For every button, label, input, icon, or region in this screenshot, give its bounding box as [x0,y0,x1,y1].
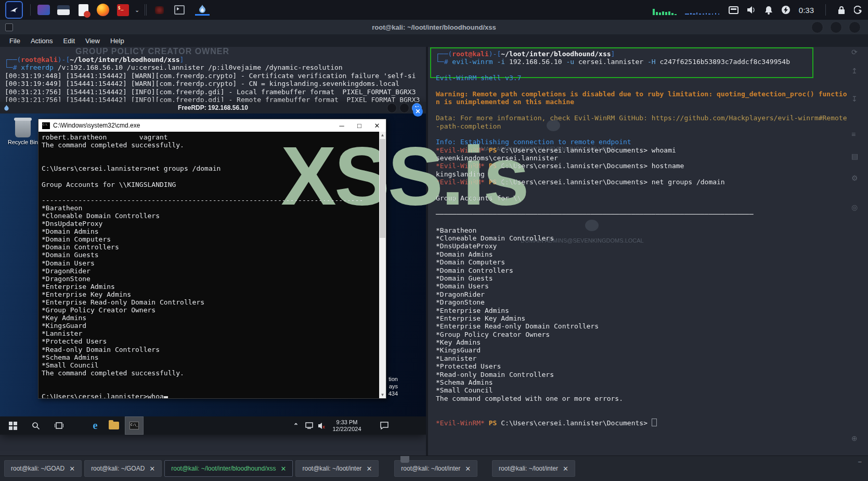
terminal-text-segment: *Domain Guests [436,274,493,282]
recycle-bin[interactable]: Recycle Bin [6,120,40,145]
launcher-terminal[interactable] [37,3,50,17]
launcher-editor[interactable] [76,3,90,17]
terminal-text-segment: sevenkingdoms\cersei.lannister [436,154,558,162]
terminal-text-segment: -path-completion [436,122,501,130]
action-center-button[interactable] [377,416,392,435]
menu-file[interactable]: File [4,37,25,45]
tab-close-icon[interactable]: ✕ [69,465,75,473]
pane-divider[interactable] [426,47,428,456]
terminal-text-segment: kingslanding [436,170,485,178]
terminal-tab[interactable]: root@kali: ~/loot/inter✕ [492,460,575,477]
freerdp-minimize-button[interactable] [387,103,397,113]
chevron-up-icon[interactable]: ⌃ [290,416,302,435]
cmd-titlebar[interactable]: C:\ C:\Windows\system32\cmd.exe ─ □ ✕ [38,119,386,132]
tray-window-icon[interactable] [729,6,739,14]
file-explorer-button[interactable] [105,416,123,435]
metasploit-task-icon[interactable] [155,6,164,14]
terminal-text-segment: C:\Users\cersei.lannister>whoa [42,393,164,398]
menu-help[interactable]: Help [105,37,129,45]
taskbar-search-button[interactable] [27,416,45,435]
terminal-line [436,411,868,419]
windows-start-button[interactable] [5,416,21,435]
chevron-down-icon[interactable]: ⌄ [135,7,139,14]
lock-icon[interactable] [837,6,846,15]
cmd-task-button[interactable]: C:\_ [125,416,144,435]
terminal-line: Info: Establishing connection to remote … [436,138,868,146]
maximize-button[interactable] [830,21,842,33]
bleedthrough-close-icon: ✕ [413,107,423,117]
terminal-pane-left[interactable]: GROUP POLICY CREATOR OWNER ┌──(root@kali… [0,47,426,456]
minimize-button[interactable] [811,21,823,33]
windows-desktop[interactable]: Recycle Bin C:\ C:\Windows\system32\cmd.… [0,113,426,435]
terminal-line: ────────────────────────────────────────… [436,210,868,218]
cmd-maximize-button[interactable]: □ [351,122,368,130]
scroll-down-icon[interactable]: ▼ [379,391,386,398]
cmd-output[interactable]: robert.baratheon vagrantThe command comp… [38,132,379,398]
launcher-firefox[interactable] [96,3,110,17]
terminal-text-segment [485,419,489,427]
volume-icon[interactable] [747,6,756,14]
terminal-text-segment [485,146,489,154]
terminal-tab[interactable]: root@kali: ~/loot/inter✕ [295,460,379,477]
taskbar-clock[interactable]: 9:33 PM 12/22/2024 [329,416,365,435]
terminal-text-segment: *DnsUpdateProxy [436,242,497,250]
logout-icon[interactable] [854,6,863,15]
task-view-button[interactable] [50,416,68,435]
terminal-line: *Evil-WinRM* PS C:\Users\cersei.lanniste… [436,178,868,186]
terminal-pane-right[interactable]: DOMAIN ADMINS@NORTH.SEVENKINGDOMS.LOCAL … [428,47,868,456]
terminal-text-segment: ────────────────────────────────────────… [436,210,753,218]
terminal-text-segment: C:\Users\cersei.lannister>net groups /do… [42,164,221,172]
speaker-muted-icon[interactable]: x [316,416,328,435]
terminal-text-segment: *Lannister [42,330,82,337]
network-graph[interactable] [685,10,720,15]
terminal-tab-active[interactable]: root@kali: ~/loot/inter/bloodhound/xss✕ [164,460,293,477]
network-icon[interactable] [303,416,315,435]
cmd-scrollbar[interactable]: ▲ ▼ [379,132,386,398]
internet-explorer-button[interactable]: e [86,416,104,435]
cmd-close-button[interactable]: ✕ [368,122,386,130]
notification-bell-icon[interactable] [765,6,773,15]
tab-close-icon[interactable]: ✕ [149,465,155,473]
terminal-text-segment: *Domain Computers [42,235,111,243]
power-status-icon[interactable] [781,5,791,15]
terminal-text-segment: *Cloneable Domain Controllers [42,212,160,220]
tab-close-icon[interactable]: ✕ [366,465,372,473]
terminal-text-segment: *Domain Guests [42,251,99,259]
terminal-window-titlebar[interactable]: root@kali: ~/loot/inter/bloodhound/xss [0,20,868,35]
terminal-line: *Domain Admins [42,227,379,235]
freerdp-maximize-button[interactable] [399,103,409,113]
terminal-line: *Schema Admins [42,353,379,361]
launcher-root-terminal[interactable]: $_ [116,3,129,17]
terminal-line: *Protected Users [42,337,379,345]
tab-label: root@kali: ~/loot/inter [401,465,460,472]
tab-close-icon[interactable]: ✕ [563,465,568,473]
scrollbar-thumb[interactable] [380,139,385,238]
terminal-text-segment: *Cloneable Domain Controllers [436,234,554,242]
screenshot-tool-task-icon[interactable] [174,5,185,15]
freerdp-window[interactable]: FreeRDP: 192.168.56.10 ✕ Recycle Bin C:\ [0,102,426,435]
cpu-graph[interactable] [653,8,677,15]
terminal-line: *Domain Users [436,282,868,290]
close-button[interactable] [849,21,861,33]
active-terminal-task[interactable] [195,4,210,16]
menu-view[interactable]: View [80,37,105,45]
splitter-handle[interactable] [400,456,409,463]
terminal-text-segment: *DnsUpdateProxy [42,220,102,227]
cmd-window[interactable]: C:\ C:\Windows\system32\cmd.exe ─ □ ✕ ro… [38,119,386,399]
tab-close-icon[interactable]: ✕ [281,465,287,473]
tabbar-minimize-glyph[interactable]: − [858,458,862,466]
scroll-up-icon[interactable]: ▲ [379,132,386,138]
cmd-minimize-button[interactable]: ─ [333,122,351,130]
freerdp-titlebar[interactable]: FreeRDP: 192.168.56.10 ✕ [0,102,426,113]
cmd-icon: C:\ [42,122,50,129]
menu-edit[interactable]: Edit [58,37,80,45]
tab-close-icon[interactable]: ✕ [465,465,471,473]
launcher-files[interactable] [57,3,70,17]
terminal-tab[interactable]: root@kali: ~/GOAD✕ [4,460,82,477]
kali-menu-button[interactable] [5,1,23,19]
terminal-tab[interactable]: root@kali: ~/GOAD✕ [84,460,162,477]
terminal-line [42,157,379,164]
menu-actions[interactable]: Actions [25,37,58,45]
file-manager-icon [57,5,70,15]
panel-clock[interactable]: 0:33 [799,6,814,15]
